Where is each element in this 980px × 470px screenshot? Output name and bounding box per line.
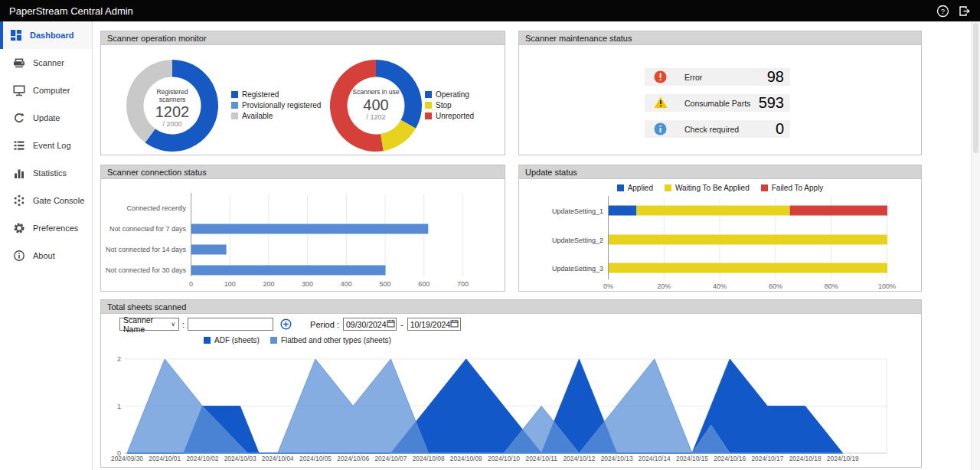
x-tick-label: 2024/10/15 <box>676 455 708 462</box>
x-tick-label: 0 <box>189 280 193 288</box>
gate-console-icon <box>13 194 25 207</box>
search-button[interactable] <box>280 318 292 330</box>
legend-chip <box>270 337 277 344</box>
donut-center-label: Scanners in use <box>351 89 400 96</box>
period-to-date[interactable]: 10/19/2024 <box>407 318 461 331</box>
y-tick-label: 2 <box>117 355 121 363</box>
dashboard-icon <box>10 29 22 41</box>
category-label: UpdateSetting_1 <box>552 207 603 215</box>
sidebar-item-event-log[interactable]: Event Log <box>0 132 92 159</box>
x-tick-label: 2024/10/05 <box>299 455 332 462</box>
stacked-bar-segment-failed-to-apply <box>790 206 887 216</box>
preferences-icon <box>13 222 25 234</box>
legend-label: Unreported <box>436 112 474 120</box>
app-title: PaperStream Central Admin <box>9 5 133 17</box>
donut-center-text: Scanners in use400/ 1202 <box>351 89 400 121</box>
x-tick-label: 500 <box>379 280 390 288</box>
topbar: PaperStream Central Admin ? <box>0 0 980 21</box>
maintenance-label: Consumable Parts <box>684 99 750 108</box>
x-tick-label: 20% <box>657 282 671 290</box>
logout-icon[interactable] <box>958 5 971 18</box>
legend-chip <box>231 91 238 98</box>
vertical-scrollbar[interactable] <box>971 21 980 470</box>
sidebar-item-scanner[interactable]: Scanner <box>0 49 92 77</box>
sidebar-item-computer[interactable]: Computer <box>0 77 92 104</box>
main-content: Scanner operation monitor Registered sca… <box>93 21 980 470</box>
stacked-bar-segment-applied <box>609 206 636 216</box>
sidebar-item-about[interactable]: About <box>0 242 92 269</box>
x-tick-label: 80% <box>825 282 838 290</box>
stacked-bar-segment-waiting-to-be-applied <box>636 206 789 216</box>
panel-title: Update status <box>519 165 921 179</box>
donut-center-denominator: / 2000 <box>148 120 197 128</box>
help-icon[interactable]: ? <box>936 5 949 18</box>
legend-label: Registered <box>242 90 279 99</box>
warning-icon <box>654 96 668 109</box>
connection-bar <box>191 245 227 255</box>
legend-chip <box>425 102 432 109</box>
panel-update-status: Update status AppliedWaiting To Be Appli… <box>518 165 922 292</box>
panel-title: Scanner operation monitor <box>101 31 505 45</box>
error-icon <box>654 70 668 83</box>
scanner-name-input[interactable] <box>188 318 273 331</box>
calendar-icon <box>450 319 459 329</box>
x-tick-label: 100 <box>224 280 236 288</box>
x-tick-label: 2024/10/04 <box>262 455 294 462</box>
x-tick-label: 2024/09/30 <box>111 455 143 462</box>
sidebar-item-dashboard[interactable]: Dashboard <box>0 21 92 49</box>
scanner-icon <box>13 57 25 69</box>
connection-chart: 0100200300400500600700Connected recently… <box>101 179 505 292</box>
maintenance-row-consumable-parts: Consumable Parts 593 <box>645 94 790 112</box>
sidebar-item-label: Update <box>33 113 60 122</box>
legend-item-provisionally-registered: Provisionally registered <box>231 100 321 109</box>
x-tick-label: 2024/10/19 <box>827 455 859 462</box>
maintenance-label: Check required <box>684 125 739 134</box>
sidebar-item-gate-console[interactable]: Gate Console <box>0 187 92 214</box>
donut-center-label: Registered scanners <box>148 89 197 103</box>
legend-item-unreported: Unreported <box>425 111 474 120</box>
legend-label: Flatbed and other types (sheets) <box>281 336 391 344</box>
donut-legend: RegisteredProvisionally registeredAvaila… <box>231 90 321 122</box>
legend-label: Stop <box>436 101 452 109</box>
period-from-date[interactable]: 09/30/2024 <box>343 318 397 331</box>
donut-legend: OperatingStopUnreported <box>425 90 474 122</box>
x-tick-label: 40% <box>713 282 727 290</box>
scanner-operation-monitor-body: Registered scanners1202/ 2000RegisteredP… <box>101 45 505 155</box>
event-log-icon <box>13 139 25 152</box>
category-label: Not connected for 14 days <box>106 246 187 253</box>
x-tick-label: 2024/10/03 <box>224 455 256 462</box>
legend-label: Available <box>242 112 273 120</box>
panel-title: Scanner maintenance status <box>519 31 921 45</box>
category-label: Not connected for 30 days <box>106 266 187 274</box>
x-tick-label: 400 <box>341 280 352 288</box>
category-label: Connected recently <box>126 204 186 212</box>
maintenance-rows: Error 98 Consumable Parts 593 Check requ… <box>645 68 790 146</box>
panel-scanner-connection-status: Scanner connection status 01002003004005… <box>100 165 505 292</box>
legend-item-adf-sheets-: ADF (sheets) <box>204 336 260 344</box>
x-tick-label: 2024/10/09 <box>450 455 482 462</box>
sidebar-item-label: Statistics <box>33 168 67 178</box>
period-from-value: 09/30/2024 <box>346 320 387 329</box>
period-label: Period : <box>310 320 339 329</box>
sidebar-item-update[interactable]: Update <box>0 104 92 132</box>
x-tick-label: 2024/10/08 <box>413 455 445 462</box>
sidebar-item-label: Preferences <box>33 224 78 233</box>
x-tick-label: 60% <box>769 282 782 290</box>
y-tick-label: 1 <box>117 403 121 410</box>
legend-item-operating: Operating <box>425 90 474 99</box>
statistics-icon <box>13 167 25 179</box>
sidebar-item-statistics[interactable]: Statistics <box>0 159 92 187</box>
computer-icon <box>13 84 25 96</box>
scrollbar-thumb[interactable] <box>973 23 978 153</box>
x-tick-label: 2024/10/07 <box>374 455 407 462</box>
donut-center-value: 1202 <box>148 103 197 120</box>
x-tick-label: 2024/10/17 <box>751 455 783 462</box>
scanner-name-select[interactable]: Scanner Name ∨ <box>119 318 179 331</box>
legend-chip <box>425 113 432 119</box>
sidebar-item-preferences[interactable]: Preferences <box>0 214 92 242</box>
x-tick-label: 100% <box>878 282 896 290</box>
maintenance-value: 593 <box>759 94 784 112</box>
donut-center-value: 400 <box>351 96 400 113</box>
svg-text:?: ? <box>941 7 945 15</box>
legend-label: ADF (sheets) <box>214 336 260 344</box>
